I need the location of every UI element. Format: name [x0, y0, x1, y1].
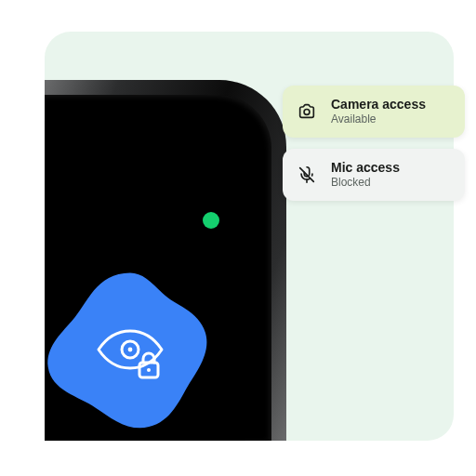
svg-point-0 — [304, 110, 310, 115]
mic-access-chip[interactable]: Mic access Blocked — [283, 149, 465, 201]
privacy-illustration: Camera access Available Mic access Block… — [0, 0, 476, 476]
camera-chip-title: Camera access — [331, 97, 426, 112]
mic-off-icon — [296, 164, 318, 186]
privacy-dot — [203, 212, 219, 229]
privacy-badge — [45, 268, 216, 439]
camera-icon — [296, 100, 318, 123]
eye-lock-icon — [93, 325, 167, 381]
svg-point-6 — [147, 368, 151, 372]
mic-chip-title: Mic access — [331, 160, 400, 176]
camera-access-chip[interactable]: Camera access Available — [283, 86, 465, 138]
mic-chip-status: Blocked — [331, 176, 400, 189]
svg-point-4 — [128, 348, 133, 352]
camera-chip-status: Available — [331, 112, 426, 126]
